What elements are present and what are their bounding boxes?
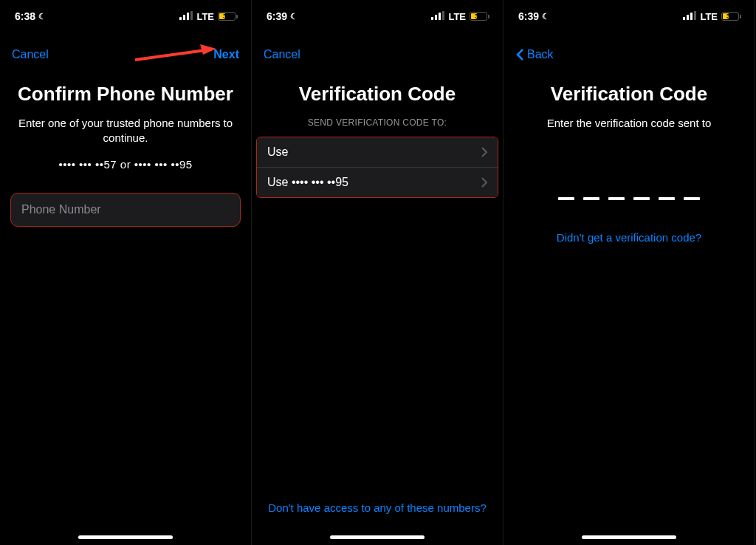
phone-number-input[interactable]: Phone Number xyxy=(10,193,241,227)
chevron-left-icon xyxy=(515,48,524,61)
network-type: LTE xyxy=(448,11,466,22)
code-digit-3 xyxy=(608,197,625,200)
status-right: LTE 38 xyxy=(683,10,741,22)
chevron-right-icon xyxy=(481,177,487,188)
status-bar: 6:39 ☾ LTE 38 xyxy=(252,0,503,32)
status-time: 6:38 xyxy=(15,10,35,22)
svg-marker-5 xyxy=(200,44,216,55)
code-digit-4 xyxy=(633,197,650,200)
send-to-list: Use Use •••• ••• ••95 xyxy=(256,137,498,198)
network-type: LTE xyxy=(700,11,718,22)
list-item-label: Use •••• ••• ••95 xyxy=(267,176,348,189)
do-not-disturb-icon: ☾ xyxy=(38,12,46,21)
back-label: Back xyxy=(527,48,554,61)
page-subtitle: Enter one of your trusted phone numbers … xyxy=(0,116,251,146)
svg-rect-3 xyxy=(190,11,193,20)
signal-icon xyxy=(431,10,444,22)
svg-rect-0 xyxy=(179,17,182,20)
signal-icon xyxy=(683,10,696,22)
battery-icon: 38 xyxy=(470,12,489,21)
svg-rect-7 xyxy=(435,15,437,20)
masked-numbers: •••• ••• ••57 or •••• ••• ••95 xyxy=(0,158,251,171)
svg-rect-9 xyxy=(442,11,444,20)
status-right: LTE 38 xyxy=(179,10,238,22)
svg-rect-13 xyxy=(694,11,696,20)
section-header: SEND VERIFICATION CODE TO: xyxy=(252,117,503,128)
svg-rect-8 xyxy=(439,13,441,20)
back-button[interactable]: Back xyxy=(515,48,554,61)
next-button[interactable]: Next xyxy=(213,48,239,61)
list-item-label: Use xyxy=(267,145,288,159)
screen-enter-code: 6:39 ☾ LTE 38 Back Verification Code Ent… xyxy=(504,0,755,545)
arrow-annotation-icon xyxy=(135,43,216,66)
resend-code-link[interactable]: Didn't get a verification code? xyxy=(504,231,755,244)
svg-rect-11 xyxy=(687,15,689,20)
nav-bar: Cancel xyxy=(252,38,503,71)
code-digit-5 xyxy=(659,197,675,200)
status-left: 6:38 ☾ xyxy=(15,10,46,22)
svg-rect-2 xyxy=(187,13,189,20)
home-indicator[interactable] xyxy=(78,535,173,539)
battery-icon: 38 xyxy=(721,12,741,21)
screen-confirm-phone: 6:38 ☾ LTE 38 Cancel Next Confirm Ph xyxy=(0,0,252,545)
svg-rect-10 xyxy=(683,17,685,20)
cancel-button[interactable]: Cancel xyxy=(12,48,49,61)
cancel-button[interactable]: Cancel xyxy=(264,48,300,61)
home-indicator[interactable] xyxy=(330,535,425,539)
screen-send-code: 6:39 ☾ LTE 38 Cancel Verification Code S… xyxy=(252,0,504,545)
nav-bar: Back xyxy=(504,38,755,71)
code-digit-1 xyxy=(558,197,574,200)
status-bar: 6:39 ☾ LTE 38 xyxy=(504,0,755,32)
do-not-disturb-icon: ☾ xyxy=(542,12,549,21)
status-time: 6:39 xyxy=(518,10,539,22)
battery-icon: 38 xyxy=(218,12,238,21)
signal-icon xyxy=(179,10,193,22)
chevron-right-icon xyxy=(481,147,487,157)
do-not-disturb-icon: ☾ xyxy=(290,12,298,21)
network-type: LTE xyxy=(196,11,214,22)
verification-code-input[interactable] xyxy=(504,197,755,200)
code-digit-2 xyxy=(583,197,599,200)
status-bar: 6:38 ☾ LTE 38 xyxy=(0,0,251,32)
battery-percent: 38 xyxy=(223,13,230,20)
page-title: Verification Code xyxy=(252,83,503,106)
svg-rect-6 xyxy=(431,17,433,20)
home-indicator[interactable] xyxy=(582,535,676,539)
page-subtitle: Enter the verification code sent to xyxy=(504,116,755,131)
svg-rect-1 xyxy=(183,15,185,20)
page-title: Confirm Phone Number xyxy=(0,83,251,106)
page-title: Verification Code xyxy=(504,83,755,106)
status-left: 6:39 ☾ xyxy=(518,10,549,22)
send-option-1[interactable]: Use xyxy=(257,137,498,168)
status-time: 6:39 xyxy=(267,10,287,22)
no-access-link[interactable]: Don't have access to any of these number… xyxy=(252,501,503,514)
svg-line-4 xyxy=(135,50,205,60)
status-right: LTE 38 xyxy=(431,10,489,22)
status-left: 6:39 ☾ xyxy=(267,10,298,22)
send-option-2[interactable]: Use •••• ••• ••95 xyxy=(257,168,498,197)
battery-percent: 38 xyxy=(726,13,734,20)
code-digit-6 xyxy=(684,197,700,200)
svg-rect-12 xyxy=(690,13,693,20)
battery-percent: 38 xyxy=(475,13,482,20)
